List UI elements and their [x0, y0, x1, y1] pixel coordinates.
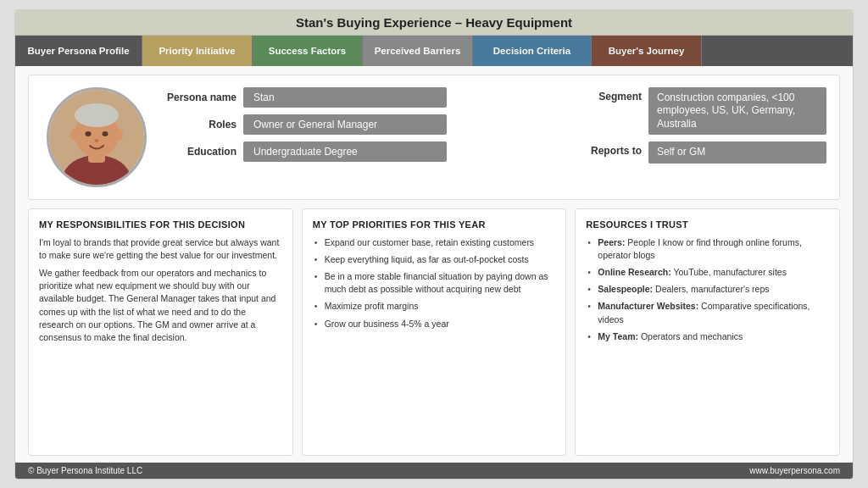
priorities-title: MY TOP PRIORITIES FOR THIS YEAR — [313, 219, 556, 230]
tab-success[interactable]: Success Factors — [253, 36, 363, 66]
responsibilities-para1: I'm loyal to brands that provide great s… — [39, 236, 282, 262]
list-item: Keep everything liquid, as far as out-of… — [313, 253, 556, 266]
roles-label: Roles — [160, 119, 236, 130]
list-item: Grow our business 4-5% a year — [313, 318, 556, 330]
footer-right: www.buyerpersona.com — [749, 466, 840, 475]
segment-value: Construction companies, <100 employees, … — [648, 87, 826, 136]
tab-decision[interactable]: Decision Criteria — [473, 36, 592, 66]
responsibilities-card: MY RESPONSIBILITIES FOR THIS DECISION I'… — [28, 208, 293, 456]
cards-row: MY RESPONSIBILITIES FOR THIS DECISION I'… — [28, 208, 840, 456]
tab-barriers[interactable]: Perceived Barriers — [363, 36, 473, 66]
svg-point-8 — [70, 129, 79, 141]
main-container: Stan's Buying Experience – Heavy Equipme… — [14, 9, 854, 480]
svg-point-5 — [86, 131, 92, 136]
persona-name-value: Stan — [243, 87, 447, 108]
right-fields: Segment Construction companies, <100 emp… — [572, 87, 826, 187]
avatar — [47, 87, 147, 187]
svg-point-6 — [103, 131, 108, 136]
list-item: Expand our customer base, retain existin… — [313, 236, 556, 249]
svg-point-7 — [95, 139, 99, 142]
list-item: Be in a more stable financial situation … — [313, 270, 556, 296]
segment-label: Segment — [581, 87, 642, 103]
content-area: Persona name Stan Roles Owner or General… — [15, 66, 853, 463]
roles-value: Owner or General Manager — [243, 114, 447, 135]
avatar-area — [42, 87, 152, 187]
profile-section: Persona name Stan Roles Owner or General… — [28, 75, 840, 200]
list-item: My Team: Operators and mechanics — [586, 330, 829, 343]
list-item: Maximize profit margins — [313, 300, 556, 313]
priorities-card: MY TOP PRIORITIES FOR THIS YEAR Expand o… — [302, 208, 567, 456]
list-item: Peers: People I know or find through onl… — [586, 236, 829, 262]
persona-name-label: Persona name — [160, 92, 236, 103]
tab-journey[interactable]: Buyer's Journey — [592, 36, 702, 66]
tab-buyer-persona[interactable]: Buyer Persona Profile — [15, 36, 142, 66]
reports-to-value: Self or GM — [648, 141, 826, 164]
footer-left: © Buyer Persona Institute LLC — [28, 466, 142, 475]
svg-point-9 — [114, 129, 123, 141]
tab-priority[interactable]: Priority Initiative — [142, 36, 253, 66]
education-value: Undergraduate Degree — [243, 141, 447, 162]
education-label: Education — [160, 146, 236, 158]
svg-point-4 — [75, 103, 119, 127]
segment-row: Segment Construction companies, <100 emp… — [581, 87, 826, 136]
nav-tabs: Buyer Persona Profile Priority Initiativ… — [15, 36, 853, 66]
persona-name-row: Persona name Stan — [160, 87, 564, 108]
resources-list: Peers: People I know or find through onl… — [586, 236, 829, 348]
responsibilities-title: MY RESPONSIBILITIES FOR THIS DECISION — [39, 219, 282, 230]
reports-to-row: Reports to Self or GM — [581, 141, 826, 164]
resources-title: RESOURCES I TRUST — [586, 219, 829, 230]
reports-to-label: Reports to — [581, 141, 642, 157]
fields-area: Persona name Stan Roles Owner or General… — [160, 87, 564, 187]
education-row: Education Undergraduate Degree — [160, 141, 564, 162]
list-item: Salespeople: Dealers, manufacturer's rep… — [586, 283, 829, 296]
roles-row: Roles Owner or General Manager — [160, 114, 564, 135]
footer: © Buyer Persona Institute LLC www.buyerp… — [15, 463, 853, 479]
list-item: Online Research: YouTube, manufacturer s… — [586, 266, 829, 279]
responsibilities-para2: We gather feedback from our operators an… — [39, 267, 282, 344]
priorities-list: Expand our customer base, retain existin… — [313, 236, 556, 335]
page-title: Stan's Buying Experience – Heavy Equipme… — [15, 10, 853, 36]
resources-card: RESOURCES I TRUST Peers: People I know o… — [575, 208, 840, 456]
list-item: Manufacturer Websites: Comparative speci… — [586, 300, 829, 325]
